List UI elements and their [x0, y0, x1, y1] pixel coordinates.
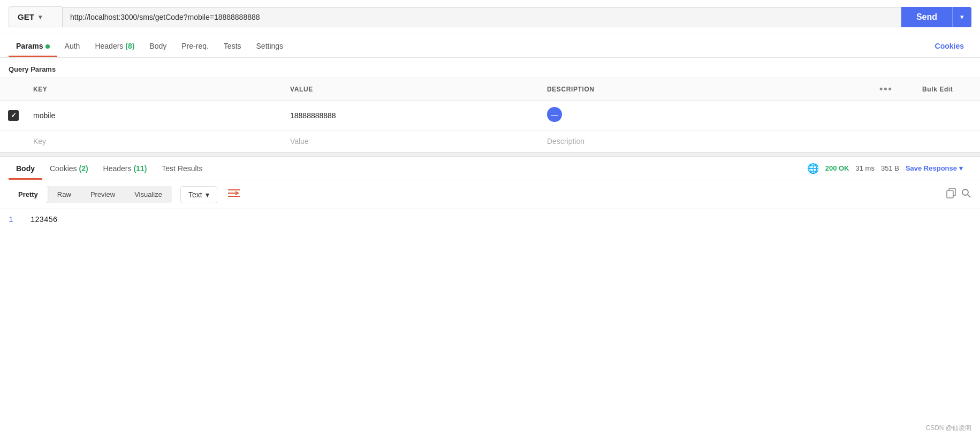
params-dot [45, 44, 50, 49]
desc-dot-indicator [547, 107, 562, 122]
raw-button[interactable]: Raw [48, 186, 81, 203]
send-btn-wrapper: Send ▾ [901, 7, 971, 27]
preview-button[interactable]: Preview [81, 186, 125, 203]
send-button[interactable]: Send [901, 7, 952, 27]
empty-value-cell[interactable]: Value [284, 131, 541, 152]
row-value-text: 18888888888 [290, 111, 336, 120]
col-header-value: VALUE [284, 78, 541, 101]
status-info: 🌐 200 OK 31 ms 351 B Save Response ▾ [807, 163, 971, 174]
tab-headers[interactable]: Headers (8) [87, 34, 142, 57]
response-headers-badge: (11) [133, 164, 147, 173]
tab-body[interactable]: Body [142, 34, 174, 57]
status-time: 31 ms [856, 164, 875, 172]
line-number: 1 [9, 216, 13, 224]
empty-key-cell[interactable]: Key [27, 131, 284, 152]
method-select[interactable]: GET ▾ [9, 6, 62, 27]
col-header-actions: ••• [873, 78, 916, 101]
col-header-key: KEY [27, 78, 284, 101]
tab-prereq[interactable]: Pre-req. [174, 34, 216, 57]
col-header-check [0, 78, 27, 101]
empty-desc-placeholder: Description [547, 137, 584, 145]
headers-badge: (8) [125, 42, 134, 50]
visualize-button[interactable]: Visualize [125, 186, 172, 203]
table-row-empty: Key Value Description [0, 131, 980, 152]
row-value-cell[interactable]: 18888888888 [284, 101, 541, 131]
text-format-label: Text [188, 190, 202, 199]
tab-headers-label: Headers [95, 42, 123, 50]
response-body: 1 123456 [0, 209, 980, 231]
send-arrow-button[interactable]: ▾ [952, 7, 971, 27]
row-bulk-cell [916, 101, 980, 131]
section-divider [0, 152, 980, 157]
text-format-arrow: ▾ [206, 190, 209, 199]
empty-key-placeholder: Key [33, 137, 46, 145]
params-table: KEY VALUE DESCRIPTION ••• Bulk Edit [0, 78, 980, 152]
tab-response-cookies[interactable]: Cookies (2) [42, 157, 96, 180]
copy-button[interactable] [946, 188, 956, 201]
empty-desc-cell[interactable]: Description [541, 131, 873, 152]
row-desc-cell[interactable] [541, 101, 873, 131]
col-header-bulk[interactable]: Bulk Edit [916, 78, 980, 101]
empty-actions-cell [873, 131, 916, 152]
save-response-arrow: ▾ [959, 164, 963, 172]
search-button[interactable] [961, 188, 971, 201]
row-key-cell[interactable]: mobile [27, 101, 284, 131]
empty-check-cell [0, 131, 27, 152]
url-bar: GET ▾ Send ▾ [0, 0, 980, 34]
method-label: GET [18, 12, 34, 21]
empty-bulk-cell [916, 131, 980, 152]
url-input[interactable] [62, 7, 901, 27]
svg-line-6 [968, 195, 970, 197]
tab-tests[interactable]: Tests [216, 34, 249, 57]
format-buttons: Pretty Raw Preview Visualize [9, 186, 172, 203]
three-dots-icon[interactable]: ••• [879, 83, 893, 94]
tab-response-body[interactable]: Body [9, 157, 42, 180]
empty-value-placeholder: Value [290, 137, 309, 145]
tab-cookies-right[interactable]: Cookies [928, 34, 971, 57]
pretty-button[interactable]: Pretty [9, 186, 48, 203]
svg-point-5 [962, 189, 968, 195]
method-chevron: ▾ [39, 13, 42, 21]
format-bar: Pretty Raw Preview Visualize Text ▾ [0, 180, 980, 209]
col-header-desc: DESCRIPTION [541, 78, 873, 101]
query-params-label: Query Params [0, 58, 980, 78]
response-tabs: Body Cookies (2) Headers (11) Test Resul… [0, 157, 980, 180]
status-size: 351 B [881, 164, 899, 172]
tab-response-headers[interactable]: Headers (11) [96, 157, 155, 180]
table-row: mobile 18888888888 [0, 101, 980, 131]
svg-rect-4 [947, 190, 953, 198]
text-format-select[interactable]: Text ▾ [180, 186, 217, 203]
row-key-text: mobile [33, 111, 55, 120]
tab-params-label: Params [16, 42, 43, 50]
response-value: 123456 [31, 216, 57, 224]
tab-auth[interactable]: Auth [57, 34, 88, 57]
status-ok: 200 OK [825, 164, 849, 172]
tab-test-results[interactable]: Test Results [154, 157, 210, 180]
row-checkbox[interactable] [8, 110, 19, 121]
row-actions-cell [873, 101, 916, 131]
tab-params[interactable]: Params [9, 34, 57, 57]
response-cookies-badge: (2) [79, 164, 88, 173]
row-check-cell [0, 101, 27, 131]
tab-settings[interactable]: Settings [249, 34, 291, 57]
request-tabs: Params Auth Headers (8) Body Pre-req. Te… [0, 34, 980, 58]
save-response-button[interactable]: Save Response ▾ [906, 164, 963, 172]
globe-icon[interactable]: 🌐 [807, 163, 819, 174]
wrap-button[interactable] [223, 186, 245, 203]
